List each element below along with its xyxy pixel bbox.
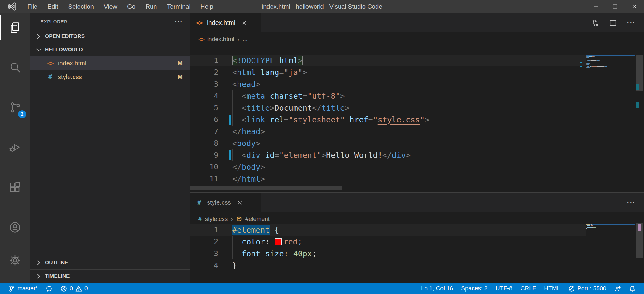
status-left: master*00 <box>4 283 92 294</box>
editor-group-html: <> index.html ⋯ <> index. <box>190 13 644 192</box>
close-tab-icon[interactable] <box>237 200 243 205</box>
file-label: index.html <box>58 60 86 67</box>
menu-help[interactable]: Help <box>195 0 218 13</box>
section-timeline[interactable]: TIMELINE <box>30 269 190 283</box>
minimap-line <box>586 56 635 57</box>
minimap[interactable] <box>586 224 635 230</box>
code-line[interactable]: 5 <title>Document</title> <box>190 102 586 114</box>
code-line[interactable]: 2 color: red; <box>190 236 586 248</box>
sidebar-more-actions-icon[interactable]: ⋯ <box>175 20 183 23</box>
status-git-branch[interactable]: master* <box>4 283 42 294</box>
code-line[interactable]: 9 <div id="element">Hello World!</div> <box>190 149 586 161</box>
tab-style-css[interactable]: # style.css <box>190 193 261 212</box>
file-style-css[interactable]: #style.cssM <box>30 70 190 84</box>
section-folder[interactable]: HELLOWORLD <box>30 43 190 56</box>
status-cursor-position[interactable]: Ln 1, Col 16 <box>417 283 457 294</box>
activitybar-run-and-debug[interactable] <box>0 133 30 162</box>
menu-edit[interactable]: Edit <box>42 0 63 13</box>
gutter: 5 <box>190 102 232 114</box>
close-tab-icon[interactable] <box>242 20 247 26</box>
status-indentation[interactable]: Spaces: 2 <box>457 283 492 294</box>
activitybar-settings[interactable] <box>0 245 30 275</box>
status-encoding[interactable]: UTF-8 <box>492 283 517 294</box>
status-problems[interactable]: 00 <box>56 283 92 294</box>
more-actions-icon[interactable]: ⋯ <box>627 21 636 24</box>
status-notifications[interactable] <box>625 283 640 294</box>
status-live-server-port[interactable]: Port : 5500 <box>564 283 610 294</box>
activitybar-explorer[interactable] <box>0 13 30 42</box>
section-outline[interactable]: OUTLINE <box>30 256 190 269</box>
more-actions-icon[interactable]: ⋯ <box>627 201 636 204</box>
indent-guide <box>232 114 233 126</box>
minimap-line <box>586 67 635 68</box>
gutter: 8 <box>190 137 232 149</box>
activitybar-search[interactable] <box>0 53 30 82</box>
code-line[interactable]: 11</html> <box>190 173 586 185</box>
code-line[interactable]: 4 <meta charset="utf-8"> <box>190 90 586 102</box>
breadcrumb-symbol[interactable]: #element <box>245 216 270 222</box>
gutter: 1 <box>190 55 232 66</box>
horizontal-scrollbar[interactable] <box>190 186 644 190</box>
minimap[interactable] <box>586 55 635 70</box>
overview-ruler <box>635 32 644 192</box>
code-line[interactable]: 6 <link rel="stylesheet" href="style.css… <box>190 114 586 126</box>
section-open-editors[interactable]: OPEN EDITORS <box>30 30 190 43</box>
status-language-mode[interactable]: HTML <box>540 283 564 294</box>
css-file-icon: # <box>47 73 54 81</box>
code-line[interactable]: 10</body> <box>190 161 586 173</box>
code-line[interactable]: 4} <box>190 259 586 271</box>
gutter: 3 <box>190 78 232 90</box>
code-line[interactable]: 3<head> <box>190 78 586 90</box>
open-changes-icon[interactable] <box>591 19 599 27</box>
menu-run[interactable]: Run <box>141 0 162 13</box>
maximize-icon[interactable] <box>605 0 625 13</box>
line-number: 1 <box>190 55 218 66</box>
minimize-icon[interactable] <box>586 0 605 13</box>
feedback-icon <box>614 285 621 292</box>
close-icon[interactable] <box>625 0 644 13</box>
code-line[interactable]: 8<body> <box>190 137 586 149</box>
code-line[interactable]: 7</head> <box>190 126 586 137</box>
status-eol-sequence[interactable]: CRLF <box>517 283 540 294</box>
code-line[interactable]: 3 font-size: 40px; <box>190 248 586 259</box>
code-editor-html[interactable]: 1<!DOCTYPE html>2<html lang="ja">3<head>… <box>190 55 586 185</box>
tab-index-html[interactable]: <> index.html <box>190 13 261 32</box>
debug-icon <box>9 141 21 154</box>
html-file-icon: <> <box>196 19 203 26</box>
menu-file[interactable]: File <box>22 0 42 13</box>
menu-selection[interactable]: Selection <box>63 0 99 13</box>
menu-terminal[interactable]: Terminal <box>162 0 195 13</box>
activitybar-extensions[interactable] <box>0 173 30 202</box>
split-editor-icon[interactable] <box>609 19 617 27</box>
breadcrumb-file[interactable]: style.css <box>205 216 228 222</box>
menu-view[interactable]: View <box>99 0 122 13</box>
html-file-icon: <> <box>47 60 54 67</box>
word-highlight-mark <box>638 224 641 231</box>
slash-icon <box>568 285 575 292</box>
file-index-html[interactable]: <>index.htmlM <box>30 56 190 70</box>
breadcrumb-file[interactable]: index.html <box>207 36 234 43</box>
code-line[interactable]: 2<html lang="ja"> <box>190 66 586 78</box>
activity-bar: 2 <box>0 13 30 283</box>
minimap-line <box>586 66 635 67</box>
text-cursor <box>303 55 303 65</box>
activitybar-accounts[interactable] <box>0 212 30 242</box>
line-number: 2 <box>190 236 218 248</box>
breadcrumb-symbol[interactable]: ... <box>243 36 248 43</box>
status-feedback[interactable] <box>610 283 625 294</box>
color-swatch[interactable] <box>275 238 282 245</box>
breadcrumb: <> index.html › ... <box>190 32 644 46</box>
css-rule-symbol-icon <box>236 216 242 222</box>
menu-go[interactable]: Go <box>122 0 141 13</box>
gutter: 3 <box>190 248 232 259</box>
status-sync-changes[interactable] <box>42 283 56 294</box>
code-line[interactable]: 1#element { <box>190 224 586 236</box>
code-line[interactable]: 1<!DOCTYPE html> <box>190 55 586 66</box>
html-file-icon: <> <box>198 36 204 43</box>
status-right: Ln 1, Col 16Spaces: 2UTF-8CRLFHTMLPort :… <box>417 283 640 294</box>
line-number: 9 <box>190 149 218 161</box>
code-editor-css[interactable]: 1#element {2 color: red;3 font-size: 40p… <box>190 224 586 271</box>
tab-bar: # style.css ⋯ <box>190 193 644 212</box>
activitybar-source-control[interactable]: 2 <box>0 93 30 122</box>
sidebar-title: EXPLORER <box>41 19 68 24</box>
